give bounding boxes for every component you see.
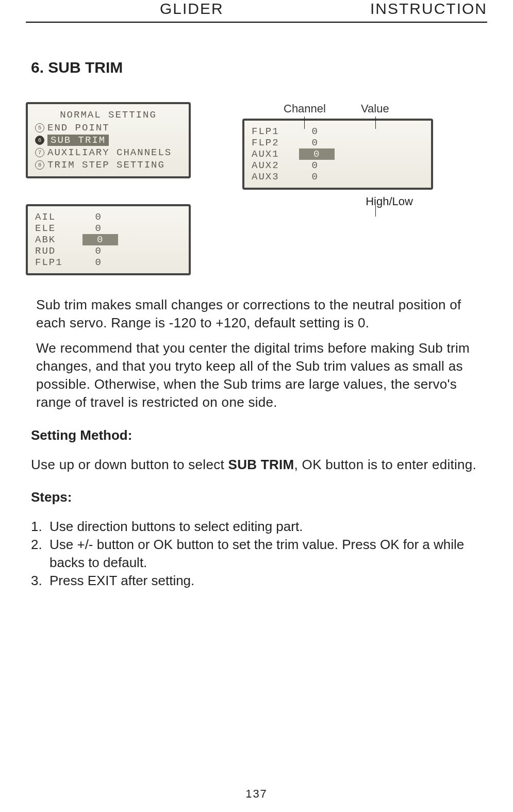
lcd-value: 0 <box>76 245 102 257</box>
lcd-value: 0 <box>76 257 102 268</box>
lcd-value-row: AUX20 <box>252 160 424 171</box>
step-text: Press EXIT after setting. <box>49 572 482 590</box>
step-text: Use direction buttons to select editing … <box>49 518 482 536</box>
lcd-menu-screenshot: NORMAL SETTING 5END POINT6SUB TRIM7AUXIL… <box>26 102 191 178</box>
lcd-menu-item: 6SUB TRIM <box>35 134 181 146</box>
lcd-value-row: ELE0 <box>35 223 181 234</box>
setting-method-post: , OK button is to enter editing. <box>294 457 477 472</box>
lcd-value-key: AUX3 <box>252 171 293 183</box>
page-number: 137 <box>0 787 513 801</box>
lcd-value-row: FLP10 <box>252 126 424 137</box>
step-number: 3. <box>31 572 49 590</box>
lcd-value-selected: 0 <box>299 148 335 160</box>
lcd-value-key: RUD <box>35 245 76 257</box>
lcd-value-row: FLP10 <box>35 257 181 268</box>
steps-list: 1.Use direction buttons to select editin… <box>31 518 482 590</box>
setting-method-paragraph: Use up or down button to select SUB TRIM… <box>31 456 482 474</box>
menu-item-number-icon: 8 <box>35 160 44 170</box>
figures-row: NORMAL SETTING 5END POINT6SUB TRIM7AUXIL… <box>26 102 487 275</box>
menu-item-number-icon: 6 <box>35 136 44 145</box>
paragraph-1: Sub trim makes small changes or correcti… <box>36 296 482 332</box>
lcd-menu-item: 7AUXILIARY CHANNELS <box>35 146 181 159</box>
lcd-values-a-screenshot: AIL0ELE0ABK0RUD0FLP10 <box>26 204 191 275</box>
lcd-value-key: AUX2 <box>252 160 293 171</box>
annotation-top: Channel Value <box>242 102 464 115</box>
lcd-value-row: FLP20 <box>252 137 424 148</box>
lcd-value-row: AIL0 <box>35 211 181 223</box>
menu-item-label: SUB TRIM <box>47 135 109 146</box>
lcd-menu-item: 5END POINT <box>35 122 181 134</box>
lcd-value: 0 <box>293 160 319 171</box>
step-item: 2.Use +/- button or OK button to set the… <box>31 536 482 572</box>
menu-item-label: END POINT <box>47 122 110 134</box>
step-item: 3.Press EXIT after setting. <box>31 572 482 590</box>
lcd-value: 0 <box>293 137 319 148</box>
menu-item-label: AUXILIARY CHANNELS <box>47 147 172 158</box>
paragraph-2: We recommend that you center the digital… <box>36 339 482 411</box>
setting-method-pre: Use up or down button to select <box>31 457 228 472</box>
lcd-value: 0 <box>76 211 102 223</box>
lcd-value: 0 <box>293 171 319 183</box>
lcd-value-row: ABK0 <box>35 234 181 245</box>
step-item: 1.Use direction buttons to select editin… <box>31 518 482 536</box>
lcd-value-key: ELE <box>35 223 76 234</box>
lcd-value-row: AUX30 <box>252 171 424 183</box>
lcd-menu-title: NORMAL SETTING <box>35 109 181 121</box>
annotation-value-tick <box>375 117 376 129</box>
figures-left-column: NORMAL SETTING 5END POINT6SUB TRIM7AUXIL… <box>26 102 191 275</box>
step-number: 1. <box>31 518 49 536</box>
lcd-value-selected: 0 <box>82 234 118 245</box>
lcd-value-row: AUX10 <box>252 148 424 160</box>
lcd-value-row: RUD0 <box>35 245 181 257</box>
page: GLIDER INSTRUCTION 6. SUB TRIM NORMAL SE… <box>0 0 513 812</box>
figures-right-column: Channel Value FLP10FLP20AUX10AUX20AUX30 … <box>242 102 464 275</box>
menu-item-number-icon: 7 <box>35 148 44 157</box>
menu-item-number-icon: 5 <box>35 123 44 132</box>
annotation-channel-label: Channel <box>284 102 345 115</box>
section-title: 6. SUB TRIM <box>31 59 487 76</box>
steps-heading: Steps: <box>31 489 482 505</box>
lcd-values-b-screenshot: FLP10FLP20AUX10AUX20AUX30 <box>242 119 433 190</box>
setting-method-heading: Setting Method: <box>31 427 482 443</box>
lcd-value-key: AUX1 <box>252 148 293 160</box>
lcd-value-key: FLP2 <box>252 137 293 148</box>
header-right: INSTRUCTION <box>370 0 487 18</box>
annotation-highlow-label: High/Low <box>315 195 464 208</box>
lcd-value-key: FLP1 <box>35 257 76 268</box>
annotation-value-label: Value <box>361 102 389 115</box>
lcd-value: 0 <box>293 126 319 137</box>
header-left: GLIDER <box>160 0 224 18</box>
annotation-highlow-tick <box>375 205 376 217</box>
lcd-menu-item: 8TRIM STEP SETTING <box>35 159 181 171</box>
menu-item-label: TRIM STEP SETTING <box>47 159 165 171</box>
lcd-value-key: FLP1 <box>252 126 293 137</box>
lcd-value-key: ABK <box>35 234 76 245</box>
step-text: Use +/- button or OK button to set the t… <box>49 536 482 572</box>
lcd-value: 0 <box>76 223 102 234</box>
step-number: 2. <box>31 536 49 572</box>
setting-method-bold: SUB TRIM <box>228 457 294 472</box>
annotation-channel-tick <box>304 117 305 129</box>
page-header: GLIDER INSTRUCTION <box>26 0 487 23</box>
lcd-value-key: AIL <box>35 211 76 223</box>
